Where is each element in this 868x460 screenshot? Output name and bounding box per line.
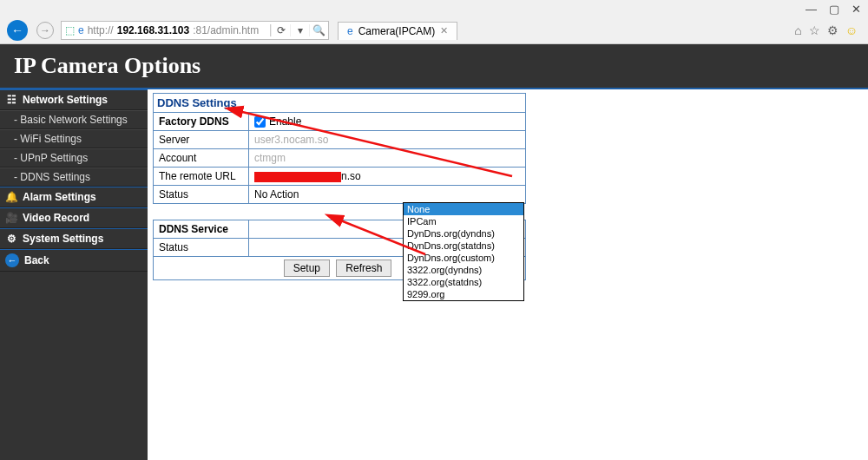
factory-ddns-table: Factory DDNS Enable Server user3.nocam.s… [153, 112, 526, 204]
sidebar-item-network[interactable]: ☷ Network Settings [0, 89, 148, 110]
sidebar-item-label: UPnP Settings [20, 152, 88, 164]
panel-title: DDNS Settings [153, 93, 526, 112]
browser-back-button[interactable]: ← [5, 20, 30, 41]
feedback-icon[interactable]: ☺ [845, 23, 858, 37]
search-icon[interactable]: 🔍 [309, 24, 328, 36]
row-status: Status [154, 186, 249, 204]
row-remote-url: The remote URL [154, 168, 249, 186]
row-ddns-service: DDNS Service [154, 220, 249, 239]
video-icon: 🎥 [5, 212, 17, 224]
ddns-service-dropdown[interactable]: None IPCam DynDns.org(dyndns) DynDns.org… [403, 202, 524, 301]
window-titlebar: — ▢ ✕ [0, 0, 868, 17]
dropdown-option-dyndns-dyndns[interactable]: DynDns.org(dyndns) [404, 227, 523, 240]
tab-strip: e Camera(IPCAM) ✕ [338, 22, 457, 40]
sidebar-item-system[interactable]: ⚙ System Settings [0, 228, 148, 249]
address-bar-icons: ⟳ ▾ 🔍 [270, 24, 328, 36]
refresh-button[interactable]: Refresh [336, 260, 391, 277]
home-icon[interactable]: ⌂ [794, 23, 801, 37]
server-value: user3.nocam.so [254, 134, 328, 146]
redacted-url [254, 172, 341, 182]
enable-label: Enable [269, 115, 301, 128]
app-header: IP Camera Options [0, 44, 868, 89]
sidebar-item-alarm[interactable]: 🔔 Alarm Settings [0, 187, 148, 207]
enable-checkbox[interactable] [254, 116, 266, 128]
row-factory-ddns: Factory DDNS [154, 113, 249, 131]
cell-account-val: ctmgm [249, 149, 526, 168]
tab-title: Camera(IPCAM) [358, 25, 436, 37]
sidebar-item-video[interactable]: 🎥 Video Record [0, 207, 148, 228]
dropdown-option-3322-dyndns[interactable]: 3322.org(dyndns) [404, 264, 523, 276]
gear-icon: ⚙ [5, 233, 17, 245]
tools-icon[interactable]: ⚙ [827, 23, 838, 37]
favorites-icon[interactable]: ☆ [809, 23, 820, 37]
page-title: IP Camera Options [14, 53, 854, 79]
dropdown-option-dyndns-statdns[interactable]: DynDns.org(statdns) [404, 240, 523, 252]
cell-status-val: No Action [249, 186, 526, 204]
sidebar-item-upnp[interactable]: - UPnP Settings [0, 148, 148, 168]
sidebar-item-label: Network Settings [23, 94, 108, 106]
sidebar-item-label: DDNS Settings [20, 171, 90, 183]
sidebar-item-label: WiFi Settings [20, 133, 82, 145]
tab-icon: ⬚ [65, 24, 75, 36]
sidebar-item-label: System Settings [23, 233, 103, 245]
network-icon: ☷ [5, 94, 17, 106]
window-close-button[interactable]: ✕ [852, 3, 861, 16]
row-account: Account [154, 149, 249, 168]
sidebar-item-label: Video Record [23, 212, 89, 224]
remote-suffix: n.so [341, 170, 361, 182]
url-host: 192.168.31.103 [117, 24, 189, 36]
refresh-icon[interactable]: ⟳ [271, 24, 290, 36]
url-prefix: http:// [88, 24, 114, 36]
cell-remote-val: n.so [249, 168, 526, 186]
browser-tab[interactable]: e Camera(IPCAM) ✕ [338, 22, 457, 40]
browser-right-icons: ⌂ ☆ ⚙ ☺ [794, 23, 863, 37]
sidebar: ☷ Network Settings - Basic Network Setti… [0, 89, 148, 460]
sidebar-item-wifi[interactable]: - WiFi Settings [0, 129, 148, 148]
sidebar-item-label: Basic Network Settings [20, 114, 127, 126]
window-minimize-button[interactable]: — [806, 3, 817, 16]
sidebar-item-back[interactable]: ← Back [0, 249, 148, 272]
app-body: ☷ Network Settings - Basic Network Setti… [0, 89, 868, 460]
sidebar-item-basic-network[interactable]: - Basic Network Settings [0, 110, 148, 129]
browser-toolbar: ← → ⬚ e http://192.168.31.103:81/admin.h… [0, 17, 868, 43]
dropdown-option-dyndns-custom[interactable]: DynDns.org(custom) [404, 252, 523, 264]
dropdown-option-none[interactable]: None [404, 203, 523, 215]
sidebar-item-ddns[interactable]: - DDNS Settings [0, 168, 148, 187]
browser-chrome: — ▢ ✕ ← → ⬚ e http://192.168.31.103:81/a… [0, 0, 868, 44]
ie-icon: e [78, 24, 84, 36]
dropdown-option-ipcam[interactable]: IPCam [404, 215, 523, 227]
url-suffix: :81/admin.htm [193, 24, 259, 36]
sidebar-item-label: Back [24, 254, 49, 266]
cell-server-val: user3.nocam.so [249, 131, 526, 149]
row-service-status: Status [154, 239, 249, 257]
row-server: Server [154, 131, 249, 149]
sidebar-item-label: Alarm Settings [23, 191, 96, 203]
dropdown-option-3322-statdns[interactable]: 3322.org(statdns) [404, 276, 523, 288]
tab-close-icon[interactable]: ✕ [440, 25, 448, 36]
address-bar[interactable]: ⬚ e http://192.168.31.103:81/admin.htm [62, 24, 270, 36]
tab-favicon: e [347, 25, 353, 37]
browser-forward-button[interactable]: → [33, 20, 57, 41]
cell-enable: Enable [249, 113, 526, 131]
dropdown-option-9299[interactable]: 9299.org [404, 288, 523, 300]
search-dropdown-icon[interactable]: ▾ [290, 24, 309, 36]
content-area: DDNS Settings Factory DDNS Enable Server… [148, 89, 868, 460]
address-bar-wrap: ⬚ e http://192.168.31.103:81/admin.htm ⟳… [61, 21, 329, 40]
window-maximize-button[interactable]: ▢ [829, 3, 839, 16]
alarm-icon: 🔔 [5, 191, 17, 203]
back-icon: ← [5, 253, 19, 267]
setup-button[interactable]: Setup [284, 260, 330, 277]
account-value: ctmgm [254, 152, 286, 164]
